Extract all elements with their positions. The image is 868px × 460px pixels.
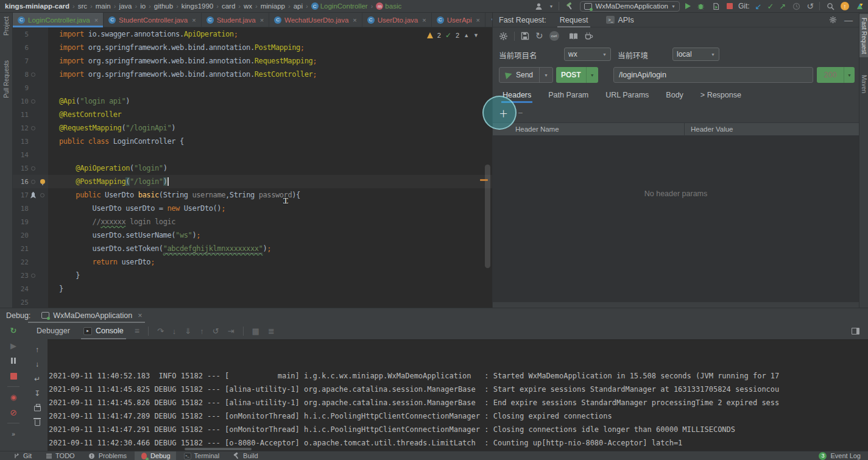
update-available-icon[interactable]: ↑ — [841, 2, 849, 10]
save-icon[interactable] — [521, 32, 529, 40]
editor-tab[interactable]: CStudent.java× — [202, 13, 269, 27]
breadcrumb-item[interactable]: main — [94, 2, 112, 10]
git-push-icon[interactable]: ↗ — [779, 2, 786, 11]
drive-plugin-icon[interactable] — [855, 1, 864, 11]
send-button[interactable]: Send ▼ — [499, 67, 553, 83]
step-out-icon[interactable]: ↑ — [200, 327, 204, 336]
gear-icon[interactable] — [499, 32, 508, 41]
stripe-item-fast-request[interactable]: Fast Request — [859, 14, 868, 57]
code-line[interactable]: 15 @ApiOperation("login") — [13, 161, 492, 175]
code-line[interactable]: 10@Api("login api") — [13, 94, 492, 108]
up-stack-icon[interactable]: ↑ — [32, 345, 42, 354]
tab-url-params[interactable]: URL Params — [604, 87, 650, 103]
breadcrumb-item[interactable]: io — [139, 2, 147, 10]
close-icon[interactable]: × — [476, 16, 480, 24]
close-icon[interactable]: × — [422, 16, 426, 24]
event-log-label[interactable]: Event Log — [830, 452, 861, 459]
fast-request-tab-request[interactable]: Request — [555, 15, 593, 26]
layout-settings-icon[interactable] — [852, 328, 859, 334]
coffee-cup-icon[interactable] — [584, 32, 593, 40]
inspection-widget[interactable]: 2 ✓ 2 ▲ ▼ — [427, 31, 479, 40]
print-icon[interactable] — [32, 404, 42, 412]
chevron-down-icon[interactable]: ▼ — [473, 32, 479, 38]
event-log-badge[interactable]: 3 — [819, 452, 827, 460]
code-line[interactable]: 24} — [13, 282, 492, 295]
editor-tab[interactable]: CUserApi× — [432, 13, 485, 27]
code-line[interactable]: 23 } — [13, 269, 492, 282]
trace-settings-icon[interactable]: ≣ — [268, 327, 275, 336]
chevron-down-icon[interactable]: ▼ — [549, 4, 553, 9]
status-code-badge[interactable]: 200 ▼ — [817, 67, 855, 83]
run-configuration-select[interactable]: WxMaDemoApplication ▼ — [580, 1, 679, 12]
close-icon[interactable]: × — [260, 16, 264, 24]
editor-tab[interactable]: CLoginController.java× — [13, 13, 104, 27]
code-line[interactable]: 13public class LoginController { — [13, 135, 492, 148]
stripe-item-pull-requests[interactable]: Pull Requests — [0, 60, 12, 98]
tab-console[interactable]: ▸Console — [81, 324, 126, 338]
debug-session-tab[interactable]: WxMaDemoApplication × — [39, 310, 144, 322]
pause-icon[interactable] — [9, 356, 18, 366]
soft-wrap-icon[interactable]: ↵ — [32, 375, 42, 383]
code-line[interactable]: 21 userDto.setToken("abcdefghijklmnxxxxx… — [13, 242, 492, 255]
code-line[interactable]: 11@RestController — [13, 108, 492, 121]
view-breakpoints-icon[interactable]: ◉ — [9, 392, 18, 402]
console-output[interactable]: 2021-09-11 11:40:52.183 INFO 15182 --- [… — [48, 339, 868, 451]
code-line[interactable]: 6import org.springframework.web.bind.ann… — [13, 41, 492, 54]
close-icon[interactable]: × — [94, 16, 98, 24]
breadcrumb-item[interactable]: github — [153, 2, 174, 10]
code-line[interactable]: 14 — [13, 148, 492, 161]
status-item-problems[interactable]: Problems — [83, 451, 132, 460]
send-options-dropdown[interactable]: ▼ — [539, 68, 552, 82]
add-header-button[interactable]: ＋ — [499, 107, 508, 119]
breadcrumb-item[interactable]: kings-miniapp-card — [4, 2, 71, 10]
chevron-up-icon[interactable]: ▲ — [464, 32, 469, 38]
code-line[interactable]: 12@RequestMapping("/loginApi") — [13, 121, 492, 135]
code-line[interactable]: 9 — [13, 81, 492, 94]
run-button[interactable] — [685, 3, 691, 9]
stripe-item-project[interactable]: Project — [0, 16, 12, 35]
clear-console-icon[interactable] — [32, 419, 42, 427]
method-select[interactable]: POST ▼ — [556, 67, 598, 83]
close-icon[interactable]: × — [192, 16, 196, 24]
down-stack-icon[interactable]: ↓ — [32, 360, 42, 369]
run-to-cursor-icon[interactable]: ⇥ — [228, 327, 235, 336]
close-icon[interactable]: × — [138, 311, 142, 320]
breadcrumb-item[interactable]: mbasic — [375, 2, 403, 10]
debug-button[interactable] — [696, 1, 706, 11]
code-line[interactable]: 22 return userDto; — [13, 255, 492, 269]
build-hammer-icon[interactable] — [565, 1, 574, 11]
environment-select[interactable]: local ▼ — [672, 48, 719, 61]
resume-icon[interactable]: ▶ — [9, 341, 18, 350]
status-item-terminal[interactable]: >_Terminal — [178, 451, 225, 460]
breadcrumb-item[interactable]: miniapp — [259, 2, 286, 10]
breadcrumb-item[interactable]: CLoginController — [310, 2, 369, 10]
breadcrumb-item[interactable]: api — [292, 2, 304, 10]
breadcrumb-item[interactable]: card — [221, 2, 236, 10]
rollback-icon[interactable]: ↺ — [806, 1, 814, 11]
code-editor[interactable]: 5import io.swagger.annotations.ApiOperat… — [13, 27, 492, 308]
evaluate-expression-icon[interactable]: ▦ — [252, 327, 259, 336]
breadcrumb-item[interactable]: src — [77, 2, 88, 10]
drop-frame-icon[interactable]: ↺ — [213, 327, 219, 336]
mute-breakpoints-icon[interactable]: ⊘ — [9, 408, 18, 417]
error-stripe-mark[interactable] — [480, 179, 488, 181]
documentation-book-icon[interactable] — [569, 32, 578, 40]
tab---response[interactable]: > Response — [699, 87, 743, 103]
step-into-icon[interactable]: ↓ — [172, 327, 177, 336]
stop-icon[interactable] — [9, 371, 18, 381]
code-line[interactable]: 20 userDto.setUserName("ws"); — [13, 228, 492, 242]
code-line[interactable]: 8import org.springframework.web.bind.ann… — [13, 68, 492, 81]
headers-table-body[interactable]: No header params — [493, 136, 859, 302]
fast-request-tab-apis[interactable]: >_APIs — [601, 15, 638, 26]
code-line[interactable]: 25 — [13, 295, 492, 308]
code-line[interactable]: 17 public UserDto basic(String username,… — [13, 188, 492, 202]
hide-panel-icon[interactable]: — — [844, 15, 853, 25]
tab-path-param[interactable]: Path Param — [547, 87, 590, 103]
url-input[interactable] — [613, 67, 813, 83]
force-step-into-icon[interactable]: ⇓ — [185, 327, 191, 336]
code-line[interactable]: 7import org.springframework.web.bind.ann… — [13, 54, 492, 68]
breadcrumb-item[interactable]: wx — [242, 2, 253, 10]
profiler-button[interactable] — [711, 1, 721, 11]
user-icon[interactable] — [534, 1, 543, 11]
history-clock-icon[interactable] — [791, 1, 801, 11]
